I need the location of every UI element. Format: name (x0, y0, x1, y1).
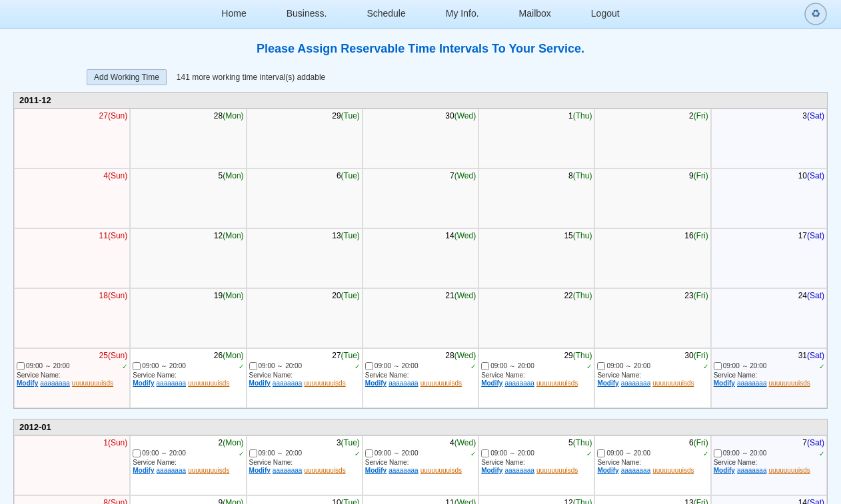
service-extra-link[interactable]: uuuuuuuuisds (188, 379, 229, 387)
modify-link[interactable]: Modify (597, 467, 618, 474)
service-name-link[interactable]: aaaaaaaa (157, 379, 187, 387)
cal-day-27-tue: 27(Tue) 09:00 ～ 20:00✓ Service Name: Mod… (247, 348, 363, 408)
service-name-link[interactable]: aaaaaaaa (504, 467, 534, 474)
cal-day-11-wed: 11(Wed) 09:00 ～ 20:00✓ Service Name: Mod… (363, 495, 478, 504)
modify-link[interactable]: Modify (597, 379, 618, 387)
time-checkbox[interactable] (249, 362, 257, 370)
modify-link[interactable]: Modify (133, 379, 154, 387)
svg-text:♻: ♻ (811, 8, 820, 19)
cal-cell: 7(Wed) (363, 168, 478, 228)
time-checkbox[interactable] (481, 362, 489, 370)
cal-day-29-thu: 29(Thu) 09:00 ～ 20:00✓ Service Name: Mod… (478, 348, 594, 408)
cal-cell: 16(Fri) (594, 228, 710, 288)
service-name-link[interactable]: aaaaaaaa (389, 379, 419, 387)
service-extra-link[interactable]: uuuuuuuuisds (652, 379, 694, 387)
logo-icon: ♻ (804, 2, 828, 26)
page-title: Please Assign Reservable Time Intervals … (0, 29, 841, 66)
time-checkbox[interactable] (365, 449, 373, 457)
modify-link[interactable]: Modify (249, 379, 271, 387)
time-checkbox[interactable] (597, 449, 605, 457)
time-checkbox[interactable] (17, 362, 25, 370)
modify-link[interactable]: Modify (133, 467, 154, 474)
service-name-link[interactable]: aaaaaaaa (40, 379, 70, 387)
cal-cell: 30(Wed) (363, 109, 478, 168)
cal-cell: 29(Tue) (247, 109, 363, 168)
cal-day-7-sat: 7(Sat) 09:00 ～ 20:00✓ Service Name: Modi… (711, 435, 827, 495)
cal-cell: 17(Sat) (711, 228, 827, 288)
nav-bar: Home Business. Schedule My Info. Mailbox… (0, 0, 841, 29)
service-extra-link[interactable]: uuuuuuuuisds (304, 379, 345, 387)
calendar-wrapper: 2011-12 27(Sun) 28(Mon) 29(Tue) 30(Wed) … (13, 92, 828, 504)
cal-day-9-mon: 9(Mon) 09:00 ～ 20:00✓ Service Name: Modi… (130, 495, 246, 504)
cal-cell: 6(Tue) (247, 168, 363, 228)
nav-mailbox[interactable]: Mailbox (499, 5, 571, 23)
cal-cell: 21(Wed) (363, 288, 478, 348)
time-checkbox[interactable] (249, 449, 257, 457)
modify-link[interactable]: Modify (17, 379, 38, 387)
modify-link[interactable]: Modify (714, 379, 735, 387)
cal-cell: 18(Sun) (14, 288, 130, 348)
time-checkbox[interactable] (597, 362, 605, 370)
service-extra-link[interactable]: uuuuuuuuisds (536, 467, 578, 474)
month-block-2012-01: 2012-01 1(Sun) 2(Mon) 09:00 ～ 20:00✓ Ser… (13, 419, 828, 504)
service-name-link[interactable]: aaaaaaaa (504, 379, 534, 387)
cal-day-28-wed: 28(Wed) 09:00 ～ 20:00✓ Service Name: Mod… (363, 348, 478, 408)
cal-day-1-sun: 1(Sun) (14, 435, 130, 495)
modify-link[interactable]: Modify (481, 467, 502, 474)
time-checkbox[interactable] (714, 449, 722, 457)
nav-home[interactable]: Home (201, 5, 266, 23)
time-checkbox[interactable] (365, 362, 373, 370)
cal-day-3-tue: 3(Tue) 09:00 ～ 20:00✓ Service Name: Modi… (247, 435, 363, 495)
cal-cell: 2(Fri) (594, 109, 710, 168)
modify-link[interactable]: Modify (481, 379, 502, 387)
cal-day-4-wed: 4(Wed) 09:00 ～ 20:00✓ Service Name: Modi… (363, 435, 478, 495)
modify-link[interactable]: Modify (365, 467, 387, 474)
modify-link[interactable]: Modify (249, 467, 271, 474)
cal-day-2-mon: 2(Mon) 09:00 ～ 20:00✓ Service Name: Modi… (130, 435, 246, 495)
service-extra-link[interactable]: uuuuuuuuisds (72, 379, 113, 387)
cal-cell: 20(Tue) (247, 288, 363, 348)
time-checkbox[interactable] (133, 449, 141, 457)
service-extra-link[interactable]: uuuuuuuuisds (420, 467, 462, 474)
cal-day-14-sat: 14(Sat) 09:00 ～ 20:00✓ Service Name: Mod… (711, 495, 827, 504)
modify-link[interactable]: Modify (714, 467, 735, 474)
time-checkbox[interactable] (133, 362, 141, 370)
nav-myinfo[interactable]: My Info. (426, 5, 499, 23)
nav-business[interactable]: Business. (267, 5, 347, 23)
service-name-link[interactable]: aaaaaaaa (621, 467, 651, 474)
service-extra-link[interactable]: uuuuuuuuisds (769, 379, 810, 387)
cal-day-8-sun: 8(Sun) (14, 495, 130, 504)
modify-link[interactable]: Modify (365, 379, 387, 387)
cal-cell: 19(Mon) (130, 288, 246, 348)
service-extra-link[interactable]: uuuuuuuuisds (652, 467, 694, 474)
service-extra-link[interactable]: uuuuuuuuisds (420, 379, 462, 387)
month-header-2012-01: 2012-01 (14, 419, 827, 435)
cal-day-31-sat: 31(Sat) 09:00 ～ 20:00✓ Service Name: Mod… (711, 348, 827, 408)
cal-cell: 12(Mon) (130, 228, 246, 288)
cal-cell: 28(Mon) (130, 109, 246, 168)
month-header-2011-12: 2011-12 (14, 93, 827, 109)
service-name-link[interactable]: aaaaaaaa (157, 467, 187, 474)
service-extra-link[interactable]: uuuuuuuuisds (188, 467, 229, 474)
month-block-2011-12: 2011-12 27(Sun) 28(Mon) 29(Tue) 30(Wed) … (13, 92, 828, 409)
service-name-link[interactable]: aaaaaaaa (389, 467, 419, 474)
service-extra-link[interactable]: uuuuuuuuisds (304, 467, 345, 474)
nav-schedule[interactable]: Schedule (347, 5, 425, 23)
time-checkbox[interactable] (481, 449, 489, 457)
service-name-link[interactable]: aaaaaaaa (273, 379, 303, 387)
service-name-link[interactable]: aaaaaaaa (737, 379, 767, 387)
cal-grid-2011-12: 27(Sun) 28(Mon) 29(Tue) 30(Wed) 1(Thu) 2… (14, 109, 827, 408)
cal-cell: 14(Wed) (363, 228, 478, 288)
cal-day-13-fri: 13(Fri) 09:00 ～ 20:00✓ Service Name: Mod… (594, 495, 710, 504)
time-checkbox[interactable] (714, 362, 722, 370)
nav-logout[interactable]: Logout (571, 5, 640, 23)
toolbar: Add Working Time 141 more working time i… (0, 66, 841, 92)
cal-cell: 1(Thu) (478, 109, 594, 168)
service-name-link[interactable]: aaaaaaaa (273, 467, 303, 474)
add-working-time-button[interactable]: Add Working Time (87, 69, 167, 85)
cal-cell: 10(Sat) (711, 168, 827, 228)
service-name-link[interactable]: aaaaaaaa (737, 467, 767, 474)
service-extra-link[interactable]: uuuuuuuuisds (769, 467, 810, 474)
service-extra-link[interactable]: uuuuuuuuisds (536, 379, 578, 387)
service-name-link[interactable]: aaaaaaaa (621, 379, 651, 387)
